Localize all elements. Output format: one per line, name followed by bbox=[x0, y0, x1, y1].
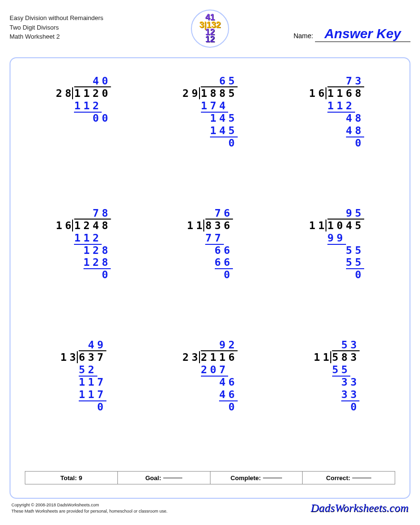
title-line-1: Easy Division without Remainders bbox=[10, 13, 104, 23]
title-line-3: Math Worksheet 2 bbox=[10, 32, 104, 42]
long-division: 4913637 52 117 117 0 bbox=[61, 339, 106, 413]
brand-logo: DadsWorksheets.com bbox=[311, 502, 409, 514]
goal-cell: Goal: bbox=[117, 472, 210, 484]
worksheet-header: Easy Division without Remainders Two Dig… bbox=[10, 10, 410, 52]
problem-1: 40281120 112 00 bbox=[25, 70, 142, 202]
problem-grid: 40281120 112 00 65291885 174 145 145 0 7… bbox=[25, 70, 395, 466]
complete-cell: Complete: bbox=[210, 472, 303, 484]
problem-2: 65291885 174 145 145 0 bbox=[151, 70, 268, 202]
long-division: 73161168 112 48 48 0 bbox=[309, 75, 365, 149]
worksheet-frame: 40281120 112 00 65291885 174 145 145 0 7… bbox=[10, 57, 410, 499]
problem-8: 92232116 207 46 46 0 bbox=[151, 334, 268, 466]
answer-key-text: Answer Key bbox=[321, 26, 405, 42]
problem-9: 5311583 55 33 33 0 bbox=[278, 334, 395, 466]
long-division: 92232116 207 46 46 0 bbox=[182, 339, 238, 413]
title-line-2: Two Digit Divisors bbox=[10, 23, 104, 32]
long-division: 95111045 99 55 55 0 bbox=[309, 207, 365, 282]
stats-bar: Total: 9 Goal: Complete: Correct: bbox=[25, 471, 395, 484]
long-division: 7611836 77 66 66 0 bbox=[187, 207, 233, 282]
problem-4: 78161248 112 128 128 0 bbox=[25, 202, 142, 335]
problem-5: 7611836 77 66 66 0 bbox=[151, 202, 268, 335]
footer: Copyright © 2008-2018 DadsWorksheets.com… bbox=[10, 502, 410, 514]
title-block: Easy Division without Remainders Two Dig… bbox=[10, 10, 104, 42]
problem-7: 4913637 52 117 117 0 bbox=[25, 334, 142, 466]
total-cell: Total: 9 bbox=[25, 472, 117, 484]
problem-6: 95111045 99 55 55 0 bbox=[278, 202, 395, 335]
long-division: 78161248 112 128 128 0 bbox=[56, 207, 111, 282]
long-division: 65291885 174 145 145 0 bbox=[182, 75, 238, 149]
name-label: Name: bbox=[294, 32, 313, 40]
long-division: 5311583 55 33 33 0 bbox=[314, 339, 359, 413]
long-division: 40281120 112 00 bbox=[56, 75, 111, 125]
correct-cell: Correct: bbox=[302, 472, 395, 484]
name-field: Name: Answer Key bbox=[294, 10, 410, 42]
worksheet-badge-icon: 41 3|132 12 12 bbox=[191, 10, 229, 48]
footnote: Copyright © 2008-2018 DadsWorksheets.com… bbox=[11, 502, 168, 514]
problem-3: 73161168 112 48 48 0 bbox=[278, 70, 395, 202]
